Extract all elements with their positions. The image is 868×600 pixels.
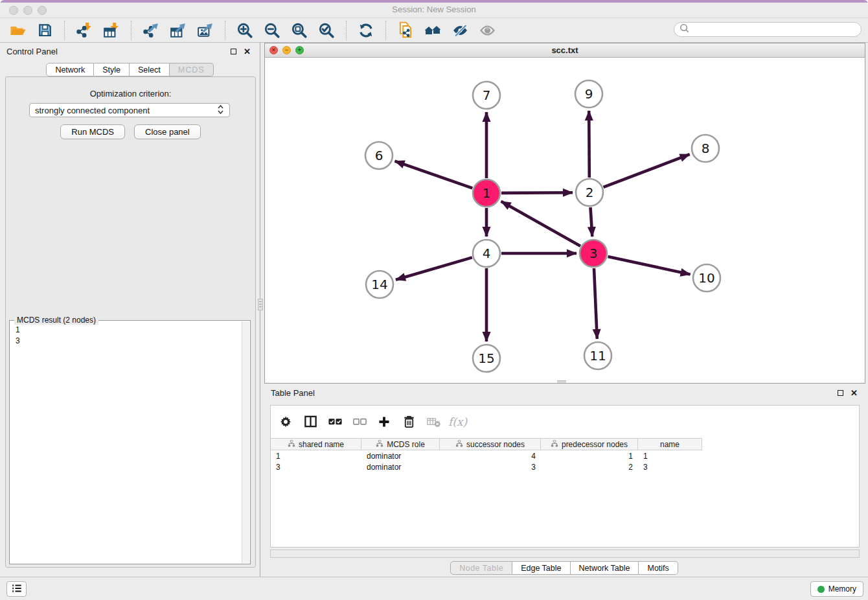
table-cell[interactable]: 1: [271, 452, 361, 461]
add-column-button[interactable]: [373, 413, 395, 432]
show-hidden-button: [474, 20, 501, 41]
zoom-selected-button[interactable]: [313, 20, 340, 41]
show-all-networks-button[interactable]: [419, 20, 446, 41]
clone-network-icon: [397, 21, 414, 39]
node-label: 2: [586, 185, 594, 200]
column-layout-button[interactable]: [299, 413, 321, 432]
node-1[interactable]: 1: [473, 179, 500, 207]
table-tab-edge-table[interactable]: Edge Table: [512, 561, 570, 575]
deselect-all-rows-button[interactable]: [348, 413, 371, 432]
horizontal-splitter-handle[interactable]: [557, 380, 566, 383]
control-panel: Control Panel ✕ NetworkStyleSelectMCDS O…: [0, 43, 260, 577]
zoom-selected-icon: [318, 22, 335, 39]
column-header-label: shared name: [299, 440, 344, 449]
table-tabs: Node TableEdge TableNetwork TableMotifs: [260, 561, 868, 575]
network-view-window: × − + scc.txt 7968124314101511: [264, 43, 865, 384]
tab-style[interactable]: Style: [94, 63, 130, 76]
export-network-button[interactable]: [137, 20, 165, 41]
open-session-button[interactable]: [4, 20, 31, 41]
table-tab-network-table[interactable]: Network Table: [571, 561, 639, 575]
node-10[interactable]: 10: [693, 264, 720, 292]
tab-mcds[interactable]: MCDS: [170, 63, 214, 76]
column-header-shared-name[interactable]: shared name: [271, 439, 361, 450]
node-11[interactable]: 11: [584, 342, 611, 369]
table-cell[interactable]: 1: [638, 452, 702, 461]
column-header-successor-nodes[interactable]: successor nodes: [440, 439, 541, 450]
edge-1-2[interactable]: [501, 192, 573, 193]
import-table-button[interactable]: [98, 20, 125, 41]
node-label: 4: [483, 246, 491, 261]
edge-3-1[interactable]: [501, 202, 580, 246]
table-cell[interactable]: 3: [440, 463, 541, 472]
save-session-button[interactable]: [31, 20, 58, 41]
table-cell[interactable]: 3: [271, 463, 361, 472]
float-panel-icon[interactable]: [231, 49, 236, 54]
column-header-predecessor-nodes[interactable]: predecessor nodes: [541, 439, 638, 450]
export-table-button[interactable]: [165, 20, 192, 41]
network-canvas[interactable]: 7968124314101511: [265, 58, 865, 383]
edge-2-8[interactable]: [604, 154, 690, 187]
zoom-in-button[interactable]: [231, 20, 258, 41]
table-cell[interactable]: dominator: [361, 463, 440, 472]
open-folder-icon: [9, 23, 27, 38]
float-table-panel-icon[interactable]: [838, 390, 843, 396]
export-image-button[interactable]: [192, 20, 219, 41]
search-input[interactable]: [690, 25, 856, 35]
node-15[interactable]: 15: [473, 345, 500, 372]
task-history-button[interactable]: [6, 581, 27, 597]
select-all-icon: [328, 414, 343, 431]
table-settings-button[interactable]: [275, 413, 297, 432]
table-cell[interactable]: 3: [638, 463, 702, 472]
close-table-panel-icon[interactable]: ✕: [851, 389, 858, 397]
select-all-rows-button[interactable]: [324, 413, 346, 432]
edge-4-14[interactable]: [396, 257, 472, 279]
optimization-criterion-label: Optimization criterion:: [6, 89, 255, 98]
delete-column-button[interactable]: [398, 413, 420, 432]
table-cell[interactable]: dominator: [361, 452, 440, 461]
zoom-in-icon: [236, 22, 253, 39]
window-titlebar: Session: New Session: [0, 3, 868, 18]
search-field[interactable]: [674, 22, 862, 37]
table-tab-node-table[interactable]: Node Table: [450, 561, 512, 575]
node-6[interactable]: 6: [365, 142, 393, 169]
column-header-name[interactable]: name: [638, 439, 702, 450]
table-row[interactable]: 3dominator323: [271, 461, 859, 472]
node-3[interactable]: 3: [580, 240, 607, 267]
import-network-button[interactable]: [71, 20, 98, 41]
table-tab-motifs[interactable]: Motifs: [639, 561, 678, 575]
apply-layout-button[interactable]: [352, 20, 380, 41]
vertical-splitter-handle[interactable]: [258, 299, 263, 310]
node-4[interactable]: 4: [473, 240, 500, 267]
node-9[interactable]: 9: [575, 80, 602, 108]
clone-network-button[interactable]: [392, 20, 419, 41]
node-8[interactable]: 8: [692, 135, 719, 162]
zoom-out-button[interactable]: [258, 20, 286, 41]
memory-button[interactable]: Memory: [810, 581, 863, 597]
column-header-mcds-role[interactable]: MCDS role: [361, 439, 440, 450]
node-label: 15: [478, 351, 494, 366]
optimization-select[interactable]: strongly connected component: [29, 103, 230, 117]
edge-2-3[interactable]: [591, 207, 593, 237]
table-row[interactable]: 1dominator411: [271, 450, 859, 461]
result-scrollbar[interactable]: [242, 321, 249, 563]
node-14[interactable]: 14: [366, 271, 393, 298]
hide-selected-button[interactable]: [446, 20, 474, 41]
edge-3-10[interactable]: [608, 257, 691, 275]
node-2[interactable]: 2: [576, 179, 603, 206]
edge-3-11[interactable]: [594, 268, 597, 339]
chevron-up-down-icon: [217, 104, 224, 117]
table-horizontal-scrollbar[interactable]: [270, 549, 860, 558]
table-cell[interactable]: 1: [541, 452, 638, 461]
table-cell[interactable]: 2: [541, 463, 638, 472]
edge-2-9[interactable]: [589, 111, 589, 178]
close-panel-button[interactable]: Close panel: [134, 124, 201, 139]
zoom-fit-button[interactable]: [286, 20, 313, 41]
table-cell[interactable]: 4: [440, 452, 541, 461]
tab-select[interactable]: Select: [130, 63, 170, 76]
edge-1-6[interactable]: [395, 161, 473, 189]
close-panel-icon[interactable]: ✕: [244, 47, 251, 56]
run-mcds-button[interactable]: Run MCDS: [60, 124, 125, 139]
node-7[interactable]: 7: [473, 82, 500, 109]
table-panel-title: Table Panel: [271, 388, 315, 398]
tab-network[interactable]: Network: [46, 63, 94, 76]
